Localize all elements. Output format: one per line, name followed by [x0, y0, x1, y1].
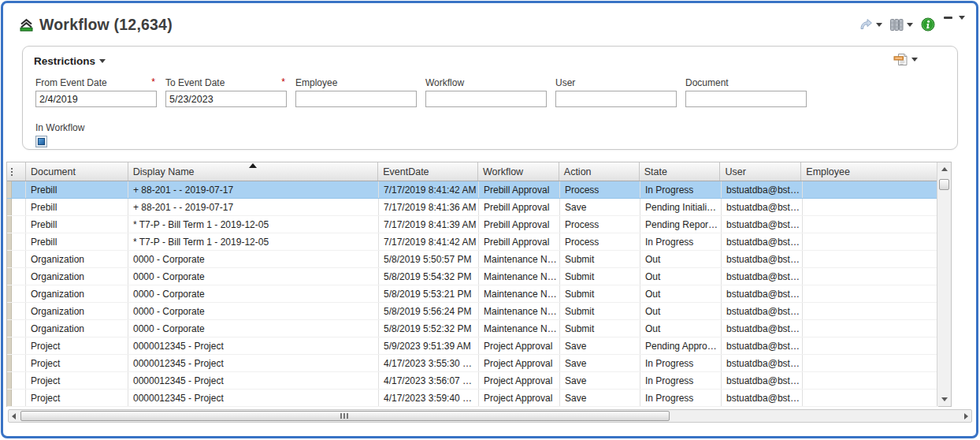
workflow-input[interactable]	[425, 91, 547, 107]
cell-user[interactable]: bstuatdba@bstglob...	[722, 233, 803, 250]
table-row[interactable]: Organization0000 - Corporate5/8/2019 5:5…	[7, 303, 938, 320]
cell-employee[interactable]	[803, 216, 938, 233]
cell-employee[interactable]	[803, 355, 938, 371]
export-caret-icon[interactable]	[911, 58, 918, 62]
cell-state[interactable]: Out	[640, 251, 722, 267]
cell-workflow[interactable]: Prebill Approval	[479, 199, 560, 215]
cell-workflow[interactable]: Prebill Approval	[479, 181, 560, 198]
row-selector[interactable]	[12, 251, 26, 267]
row-selector[interactable]	[12, 216, 26, 233]
cell-action[interactable]: Submit	[560, 320, 640, 337]
cell-event-date[interactable]: 5/9/2023 9:51:39 AM	[379, 337, 479, 354]
export-button[interactable]	[893, 53, 918, 66]
cell-document[interactable]: Organization	[26, 285, 128, 302]
cell-action[interactable]: Save	[560, 199, 640, 215]
cell-action[interactable]: Save	[560, 355, 640, 371]
cell-event-date[interactable]: 5/8/2019 5:54:32 PM	[379, 268, 479, 285]
cell-user[interactable]: bstuatdba@bstglob...	[722, 216, 803, 233]
to-event-date-input[interactable]	[165, 91, 287, 107]
table-row[interactable]: Project0000012345 - Project4/17/2023 3:5…	[7, 372, 938, 390]
cell-employee[interactable]	[803, 372, 938, 389]
cell-event-date[interactable]: 5/8/2019 5:50:57 PM	[379, 251, 479, 267]
cell-employee[interactable]	[803, 199, 938, 215]
cell-workflow[interactable]: Maintenance No Ap...	[479, 303, 560, 319]
cell-display-name[interactable]: 0000012345 - Project	[128, 390, 379, 406]
cell-action[interactable]: Process	[560, 181, 640, 198]
column-header-display-name[interactable]: Display Name	[128, 162, 378, 181]
cell-display-name[interactable]: 0000012345 - Project	[128, 372, 379, 389]
cell-employee[interactable]	[803, 233, 938, 250]
window-menu-caret-icon[interactable]	[959, 16, 965, 20]
cell-workflow[interactable]: Maintenance No Ap...	[479, 320, 560, 337]
cell-employee[interactable]	[803, 303, 938, 319]
row-selector[interactable]	[12, 199, 26, 215]
cell-document[interactable]: Project	[26, 337, 128, 354]
cell-state[interactable]: Out	[640, 285, 722, 302]
cell-document[interactable]: Prebill	[26, 233, 128, 250]
table-row[interactable]: Prebill+ 88-201 - - 2019-07-177/17/2019 …	[7, 181, 938, 199]
cell-event-date[interactable]: 4/17/2023 3:59:40 PM	[379, 390, 479, 406]
cell-user[interactable]: bstuatdba@bstglob...	[722, 285, 803, 302]
column-header-state[interactable]: State	[640, 162, 721, 181]
cell-event-date[interactable]: 7/17/2019 8:41:42 AM	[379, 233, 479, 250]
cell-action[interactable]: Save	[560, 372, 640, 389]
table-row[interactable]: Prebill* T7-P - Bill Term 1 - 2019-12-05…	[7, 233, 938, 251]
cell-state[interactable]: Pending Approval	[640, 337, 722, 354]
cell-action[interactable]: Process	[560, 233, 640, 250]
cell-event-date[interactable]: 4/17/2023 3:56:07 PM	[379, 372, 479, 389]
cell-document[interactable]: Project	[26, 355, 128, 371]
cell-display-name[interactable]: + 88-201 - - 2019-07-17	[128, 181, 379, 198]
table-row[interactable]: Prebill+ 88-201 - - 2019-07-177/17/2019 …	[7, 199, 938, 216]
cell-document[interactable]: Organization	[26, 320, 128, 337]
cell-event-date[interactable]: 7/17/2019 8:41:39 AM	[379, 216, 479, 233]
cell-display-name[interactable]: 0000 - Corporate	[128, 268, 379, 285]
restrictions-toggle[interactable]: Restrictions	[34, 55, 106, 67]
cell-state[interactable]: In Progress	[640, 372, 722, 389]
cell-workflow[interactable]: Prebill Approval	[479, 233, 560, 250]
row-selector[interactable]	[12, 320, 26, 337]
cell-user[interactable]: bstuatdba@bstglob...	[722, 355, 803, 371]
cell-user[interactable]: bstuatdba@bstglob...	[722, 320, 803, 337]
cell-display-name[interactable]: * T7-P - Bill Term 1 - 2019-12-05	[128, 216, 379, 233]
table-row[interactable]: Project0000012345 - Project4/17/2023 3:5…	[7, 355, 938, 372]
select-all-corner[interactable]	[7, 162, 26, 181]
cell-workflow[interactable]: Project Approval	[479, 390, 560, 406]
cell-state[interactable]: Out	[640, 303, 722, 319]
column-header-employee[interactable]: Employee	[801, 162, 937, 181]
cell-employee[interactable]	[803, 337, 938, 354]
cell-event-date[interactable]: 5/8/2019 5:53:21 PM	[379, 285, 479, 302]
cell-workflow[interactable]: Project Approval	[479, 372, 560, 389]
employee-input[interactable]	[295, 91, 417, 107]
column-chooser-button[interactable]	[890, 19, 913, 31]
cell-event-date[interactable]: 7/17/2019 8:41:42 AM	[379, 181, 479, 198]
cell-action[interactable]: Submit	[560, 268, 640, 285]
from-event-date-input[interactable]	[35, 91, 157, 107]
cell-action[interactable]: Save	[560, 337, 640, 354]
cell-event-date[interactable]: 5/8/2019 5:56:24 PM	[379, 303, 479, 319]
cell-workflow[interactable]: Prebill Approval	[479, 216, 560, 233]
cell-state[interactable]: In Progress	[640, 233, 722, 250]
scroll-down-icon[interactable]	[941, 397, 948, 401]
table-row[interactable]: Organization0000 - Corporate5/8/2019 5:5…	[7, 320, 938, 337]
cell-event-date[interactable]: 7/17/2019 8:41:36 AM	[379, 199, 479, 215]
cell-document[interactable]: Organization	[26, 268, 128, 285]
cell-display-name[interactable]: 0000 - Corporate	[128, 320, 379, 337]
row-selector[interactable]	[12, 303, 26, 319]
column-header-user[interactable]: User	[720, 162, 801, 181]
scroll-up-icon[interactable]	[941, 167, 948, 171]
cell-display-name[interactable]: 0000012345 - Project	[128, 355, 379, 371]
cell-document[interactable]: Prebill	[26, 199, 128, 215]
cell-workflow[interactable]: Project Approval	[479, 337, 560, 354]
row-selector[interactable]	[12, 390, 26, 406]
horizontal-scroll-thumb[interactable]	[20, 411, 670, 421]
in-workflow-checkbox[interactable]	[35, 136, 47, 147]
cell-state[interactable]: In Progress	[640, 181, 722, 198]
column-chooser-caret-icon[interactable]	[907, 23, 913, 27]
cell-employee[interactable]	[803, 181, 938, 198]
cell-display-name[interactable]: 0000 - Corporate	[128, 251, 379, 267]
cell-state[interactable]: Pending Initialization...	[640, 199, 722, 215]
cell-display-name[interactable]: 0000012345 - Project	[128, 337, 379, 354]
cell-user[interactable]: bstuatdba@bstglob...	[722, 268, 803, 285]
row-selector[interactable]	[12, 372, 26, 389]
row-selector[interactable]	[12, 285, 26, 302]
